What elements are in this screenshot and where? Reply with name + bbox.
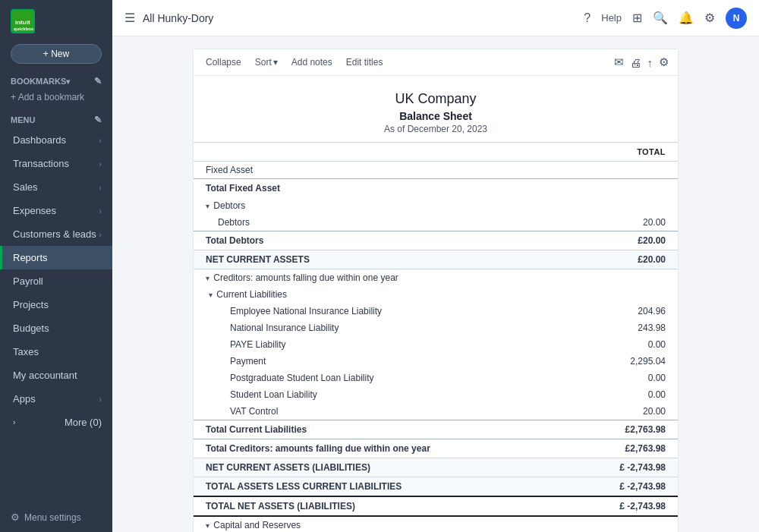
print-icon[interactable]: 🖨 — [630, 56, 641, 69]
sidebar-item-taxes[interactable]: Taxes — [0, 340, 112, 364]
edit-titles-button[interactable]: Edit titles — [343, 55, 386, 69]
bookmarks-section[interactable]: BOOKMARKS ▾ ✎ — [0, 70, 112, 90]
row-amount — [571, 197, 678, 214]
row-label: ▾ Capital and Reserves — [194, 516, 571, 532]
new-button[interactable]: + New — [11, 44, 102, 64]
row-amount: 243.98 — [571, 320, 678, 336]
row-label: Postgraduate Student Loan Liability — [194, 370, 571, 386]
sidebar-item-label: Dashboards — [13, 134, 66, 146]
sidebar-item-dashboards[interactable]: Dashboards › — [0, 128, 112, 152]
row-amount: 204.96 — [571, 303, 678, 320]
report-table: TOTAL Fixed Asset Total Fixed Asset — [194, 142, 678, 532]
sidebar-item-label: Projects — [13, 299, 49, 310]
sidebar-item-more[interactable]: › More (0) — [0, 411, 112, 434]
menu-label: MENU — [11, 115, 35, 124]
sidebar-logo: intuit quickbooks — [0, 0, 112, 41]
menu-settings[interactable]: ⚙ Menu settings — [0, 504, 112, 532]
col-description — [194, 143, 571, 162]
sidebar-item-projects[interactable]: Projects — [0, 293, 112, 316]
collapse-button[interactable]: Collapse — [203, 55, 244, 69]
help-button[interactable]: Help — [601, 12, 622, 24]
sidebar-item-label: Apps — [13, 393, 36, 405]
settings-cog-icon[interactable]: ⚙ — [659, 55, 669, 69]
row-label: National Insurance Liability — [194, 320, 571, 336]
topbar-right: ? Help ⊞ 🔍 🔔 ⚙ N — [584, 8, 747, 29]
chevron-right-icon: › — [99, 230, 102, 239]
table-row: ▾ Creditors: amounts falling due within … — [194, 269, 678, 287]
sidebar-item-label: Transactions — [13, 158, 69, 169]
sidebar-item-expenses[interactable]: Expenses › — [0, 199, 112, 222]
chevron-right-icon: › — [99, 395, 102, 404]
chevron-right-icon: › — [13, 418, 15, 427]
sidebar-item-apps[interactable]: Apps › — [0, 387, 112, 411]
toolbar-left: Collapse Sort ▾ Add notes Edit titles — [203, 55, 605, 69]
topbar: ☰ All Hunky-Dory ? Help ⊞ 🔍 🔔 ⚙ N — [112, 0, 759, 36]
report-company: UK Company — [209, 91, 663, 107]
grid-icon[interactable]: ⊞ — [632, 11, 642, 25]
bell-icon[interactable]: 🔔 — [679, 11, 694, 25]
email-icon[interactable]: ✉ — [614, 55, 624, 69]
row-amount: 2,295.04 — [571, 353, 678, 370]
table-row: TOTAL ASSETS LESS CURRENT LIABILITIES £ … — [194, 477, 678, 497]
bookmarks-label: BOOKMARKS — [11, 77, 66, 86]
row-label: NET CURRENT ASSETS — [194, 250, 571, 269]
sidebar-item-sales[interactable]: Sales › — [0, 175, 112, 199]
sidebar-item-reports[interactable]: Reports — [0, 246, 112, 269]
main-content: ☰ All Hunky-Dory ? Help ⊞ 🔍 🔔 ⚙ N Collap… — [112, 0, 759, 532]
sidebar-item-budgets[interactable]: Budgets — [0, 316, 112, 340]
row-label: ▾ Current Liabilities — [194, 286, 571, 303]
table-row: TOTAL NET ASSETS (LIABILITIES) £ -2,743.… — [194, 496, 678, 516]
row-amount: £ -2,743.98 — [571, 496, 678, 516]
sidebar-item-label: Sales — [13, 181, 38, 193]
row-label: NET CURRENT ASSETS (LIABILITIES) — [194, 458, 571, 477]
sidebar-item-label: More (0) — [65, 417, 102, 428]
row-amount — [571, 179, 678, 198]
table-row: National Insurance Liability 243.98 — [194, 320, 678, 336]
table-row: Debtors 20.00 — [194, 214, 678, 231]
logo-icon: intuit quickbooks — [11, 9, 35, 33]
sidebar-item-label: Payroll — [13, 275, 43, 287]
row-amount: £20.00 — [571, 231, 678, 250]
bookmarks-chevron-icon: ▾ — [66, 77, 70, 86]
company-name: All Hunky-Dory — [143, 12, 213, 24]
row-amount: £2,763.98 — [571, 439, 678, 458]
table-row: VAT Control 20.00 — [194, 403, 678, 420]
table-row: ▾ Debtors — [194, 197, 678, 214]
sort-button[interactable]: Sort ▾ — [252, 55, 281, 69]
edit-menu-icon[interactable]: ✎ — [94, 115, 102, 125]
hamburger-icon[interactable]: ☰ — [124, 11, 135, 25]
sort-chevron-icon: ▾ — [273, 57, 278, 68]
menu-settings-label: Menu settings — [24, 512, 81, 523]
sort-label: Sort — [255, 57, 272, 68]
row-label: Total Debtors — [194, 231, 571, 250]
table-row: Postgraduate Student Loan Liability 0.00 — [194, 370, 678, 386]
sidebar-item-customers[interactable]: Customers & leads › — [0, 222, 112, 246]
row-label: TOTAL NET ASSETS (LIABILITIES) — [194, 496, 571, 516]
sidebar-item-transactions[interactable]: Transactions › — [0, 152, 112, 175]
row-label: Fixed Asset — [194, 162, 571, 179]
export-icon[interactable]: ↑ — [647, 56, 653, 69]
search-icon[interactable]: 🔍 — [653, 11, 668, 25]
row-amount: 0.00 — [571, 336, 678, 353]
row-label: ▾ Debtors — [194, 197, 571, 214]
row-label: Total Fixed Asset — [194, 179, 571, 198]
edit-bookmarks-icon[interactable]: ✎ — [94, 76, 102, 87]
content-area: Collapse Sort ▾ Add notes Edit titles ✉ … — [112, 36, 759, 532]
report-container: Collapse Sort ▾ Add notes Edit titles ✉ … — [193, 49, 679, 532]
table-row: Total Creditors: amounts falling due wit… — [194, 439, 678, 458]
row-amount: 0.00 — [571, 386, 678, 403]
toolbar-icons: ✉ 🖨 ↑ ⚙ — [614, 55, 669, 69]
table-row: NET CURRENT ASSETS £20.00 — [194, 250, 678, 269]
settings-icon[interactable]: ⚙ — [704, 11, 715, 25]
table-row: Employee National Insurance Liability 20… — [194, 303, 678, 320]
add-bookmark[interactable]: + Add a bookmark — [0, 90, 112, 109]
menu-section[interactable]: MENU ✎ — [0, 109, 112, 128]
row-amount: £2,763.98 — [571, 420, 678, 439]
add-notes-button[interactable]: Add notes — [288, 55, 335, 69]
sidebar-item-label: Expenses — [13, 205, 56, 216]
sidebar-item-my-accountant[interactable]: My accountant — [0, 364, 112, 387]
sidebar-item-payroll[interactable]: Payroll — [0, 269, 112, 293]
row-amount: £ -2,743.98 — [571, 477, 678, 497]
row-amount — [571, 286, 678, 303]
avatar[interactable]: N — [726, 8, 747, 29]
